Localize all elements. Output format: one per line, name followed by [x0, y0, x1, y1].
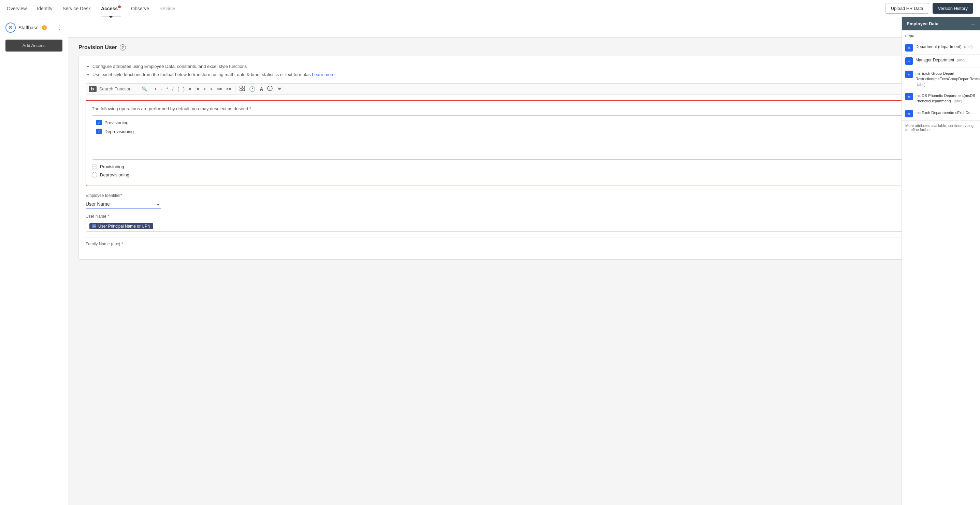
toolbar-info-icon[interactable]: i [266, 85, 274, 93]
emp-panel-close-icon[interactable]: — [971, 21, 975, 26]
operations-box: The following operations are performed b… [86, 100, 963, 186]
provisioning-checkbox-row: Provisioning [96, 120, 952, 125]
nav-overview[interactable]: Overview [7, 1, 27, 16]
svg-text:ab: ab [908, 73, 910, 76]
emp-item-content-1: Department (department) (abc) [915, 44, 972, 50]
emp-item-icon-4: ab [905, 93, 913, 100]
username-input-wrapper[interactable]: ab User Principal Name or UPN [86, 221, 963, 232]
emp-panel-footer: More attributes available, continue typi… [902, 121, 980, 134]
access-badge [118, 5, 121, 8]
username-label: User Name * [86, 214, 963, 219]
sidebar-more-icon[interactable]: ⋮ [57, 25, 62, 31]
info-item-2: Use excel-style functions from the toolb… [92, 71, 963, 78]
emp-panel-header: Employee Data — [902, 17, 980, 30]
main-content: Provision User ? Configure attributes us… [68, 17, 980, 505]
toolbar-gte[interactable]: >= [224, 86, 232, 92]
deprovisioning-checkbox[interactable] [96, 129, 102, 134]
deprovisioning-label: Deprovisioning [104, 129, 134, 134]
nav-items: Overview Identity Service Desk Access Ob… [7, 1, 885, 16]
toolbar-less[interactable]: < [208, 86, 214, 92]
employee-identifier-group: Employee Identifier* User Name ▾ [86, 193, 963, 209]
toolbar-clock-icon[interactable]: 🕐 [248, 85, 257, 93]
family-name-row: Family Name (abc) * ⋮ [86, 237, 963, 253]
toolbar-plus[interactable]: + [153, 86, 158, 92]
emp-item-content-5: ms-Exch-Department(msExchDe... [915, 110, 974, 115]
svg-rect-1 [243, 86, 245, 88]
nav-actions: Upload HR Data Version History [885, 3, 973, 14]
nav-access[interactable]: Access [101, 1, 121, 16]
emp-item-icon-5: ab [905, 110, 913, 117]
toolbar-close-paren[interactable]: ) [182, 86, 186, 92]
username-tag: ab User Principal Name or UPN [89, 223, 153, 229]
emp-item-msexch-dept[interactable]: ab ms-Exch-Department(msExchDe... [902, 107, 980, 121]
staffbase-logo: S [5, 22, 16, 33]
employee-identifier-label: Employee Identifier* [86, 193, 963, 198]
emp-item-manager-dept[interactable]: ab Manager Department (abc) [902, 54, 980, 68]
top-band [68, 17, 980, 38]
main-inner: Provision User ? Configure attributes us… [68, 38, 980, 266]
operations-desc: The following operations are performed b… [92, 106, 956, 111]
formula-toolbar: fx 🔍 + - * / ( ) = != > < <= >= [86, 83, 963, 94]
provision-card: Configure attributes using Employee Data… [78, 56, 970, 260]
toolbar-divide[interactable]: / [171, 86, 175, 92]
learn-more-link[interactable]: Learn more [312, 72, 334, 77]
toolbar-separator-1 [150, 86, 150, 92]
nav-active-indicator [109, 16, 113, 18]
sidebar: S Staffbase i ⋮ Add Access [0, 17, 68, 505]
info-list: Configure attributes using Employee Data… [86, 63, 963, 78]
checkbox-area: Provisioning Deprovisioning [92, 115, 956, 160]
svg-rect-0 [240, 86, 242, 88]
minus-deprovisioning-icon[interactable] [92, 172, 97, 177]
toolbar-equals[interactable]: = [187, 86, 193, 92]
nav-service-desk[interactable]: Service Desk [63, 1, 91, 16]
family-name-label: Family Name (abc) * [86, 242, 123, 246]
minus-provisioning-icon[interactable] [92, 164, 97, 169]
employee-identifier-select[interactable]: User Name [86, 200, 161, 209]
deprovisioning-checkbox-row: Deprovisioning [96, 129, 952, 134]
svg-text:ab: ab [908, 96, 910, 98]
toolbar-lte[interactable]: <= [215, 86, 223, 92]
emp-panel-title: Employee Data [907, 21, 939, 26]
version-history-button[interactable]: Version History [932, 3, 973, 14]
add-access-button[interactable]: Add Access [5, 40, 62, 51]
toolbar-open-paren[interactable]: ( [176, 86, 180, 92]
upload-hr-data-button[interactable]: Upload HR Data [885, 3, 929, 14]
toolbar-text-icon[interactable]: A [258, 86, 264, 92]
employee-identifier-select-wrapper: User Name ▾ [86, 200, 161, 209]
emp-item-msds-phonetic[interactable]: ab ms-DS-Phonetic-Department(msDS-Phonet… [902, 90, 980, 107]
emp-item-icon-2: ab [905, 57, 913, 65]
brand-info-icon: i [42, 25, 47, 30]
emp-item-content-4: ms-DS-Phonetic-Department(msDS-PhoneticD… [915, 93, 977, 104]
toolbar-minus[interactable]: - [159, 86, 164, 92]
toolbar-greater[interactable]: > [202, 86, 207, 92]
main-layout: S Staffbase i ⋮ Add Access Provision Use… [0, 17, 980, 505]
emp-item-msexch[interactable]: ab ms-Exch-Group-Depart-Restriction(msEx… [902, 68, 980, 90]
minus-deprovisioning-row: Deprovisioning [92, 172, 956, 177]
emp-item-content-3: ms-Exch-Group-Depart-Restriction(msExchG… [915, 71, 980, 87]
nav-observe[interactable]: Observe [131, 1, 149, 16]
emp-panel-search [902, 30, 980, 41]
svg-text:ab: ab [908, 47, 910, 49]
search-function-input[interactable] [99, 86, 140, 91]
emp-item-icon-1: ab [905, 44, 913, 51]
minus-provisioning-label: Provisioning [100, 164, 124, 169]
toolbar-not-equals[interactable]: != [194, 86, 200, 92]
nav-review: Review [159, 1, 175, 16]
toolbar-multiply[interactable]: * [165, 86, 170, 92]
fx-badge: fx [89, 86, 97, 92]
username-group: User Name * ab User Principal Name or UP… [86, 214, 963, 232]
employee-data-panel: Employee Data — ab Department (departmen… [902, 17, 980, 505]
minus-deprovisioning-label: Deprovisioning [100, 172, 129, 177]
provision-help-icon[interactable]: ? [120, 45, 126, 51]
emp-panel-search-input[interactable] [905, 33, 977, 38]
nav-identity[interactable]: Identity [37, 1, 52, 16]
provision-section-title: Provision User ? [78, 45, 970, 51]
minus-provisioning-row: Provisioning [92, 164, 956, 169]
svg-rect-2 [240, 89, 242, 91]
emp-item-department[interactable]: ab Department (department) (abc) [902, 41, 980, 54]
username-tag-text: User Principal Name or UPN [98, 224, 151, 229]
provisioning-checkbox[interactable] [96, 120, 102, 125]
toolbar-grid-icon[interactable] [238, 85, 247, 93]
toolbar-filter-icon[interactable] [275, 85, 283, 93]
search-icon[interactable]: 🔍 [142, 86, 147, 91]
